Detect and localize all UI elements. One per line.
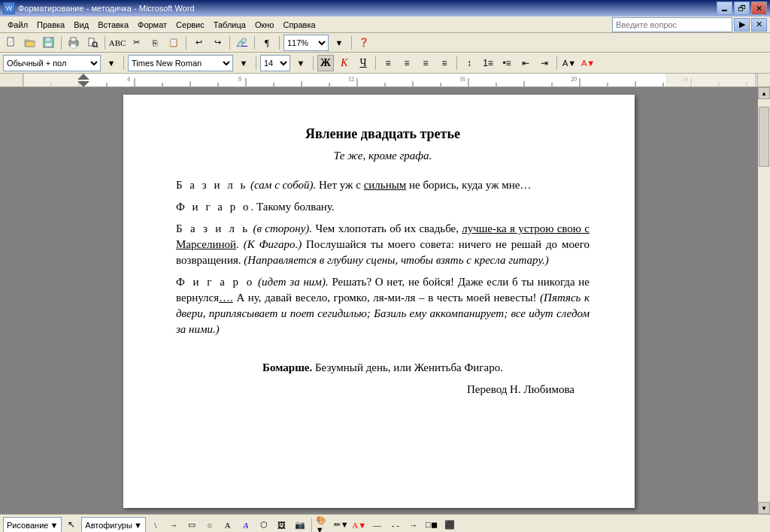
- maximize-button[interactable]: 🗗: [734, 2, 750, 15]
- font-select[interactable]: Times New Roman: [128, 55, 233, 71]
- photo-tool[interactable]: 📷: [292, 517, 308, 533]
- paragraph-mark-button[interactable]: ¶: [259, 35, 275, 51]
- menu-format[interactable]: Формат: [133, 19, 171, 31]
- zoom-arrow-button[interactable]: ▼: [331, 35, 347, 51]
- menu-window[interactable]: Окно: [250, 19, 279, 31]
- author-name: Бомарше.: [262, 361, 312, 373]
- line-tool[interactable]: \: [147, 517, 164, 533]
- size-select[interactable]: 14: [260, 55, 290, 71]
- credit-beaumarchais: Бомарше. Безумный день, или Женитьба Фиг…: [176, 360, 590, 376]
- toolbar-separator-1: [61, 36, 62, 50]
- clipart-tool[interactable]: 🖼: [274, 517, 290, 533]
- help-button[interactable]: ❓: [356, 35, 372, 51]
- align-left-button[interactable]: ≡: [380, 55, 396, 71]
- oval-tool[interactable]: ○: [202, 517, 218, 533]
- menu-tools[interactable]: Сервис: [171, 19, 209, 31]
- size-arrow-button[interactable]: ▼: [293, 55, 309, 71]
- increase-indent-button[interactable]: ⇥: [536, 55, 553, 71]
- document-subheading: Те же, кроме графа.: [176, 148, 590, 164]
- fill-color-tool[interactable]: 🎨▼: [315, 517, 332, 533]
- bold-button[interactable]: Ж: [317, 55, 334, 71]
- scroll-thumb[interactable]: [759, 107, 769, 167]
- help-close-button[interactable]: ✕: [751, 18, 767, 32]
- diagram-tool[interactable]: ⬡: [256, 517, 272, 533]
- highlight-button[interactable]: A▼: [561, 55, 578, 71]
- align-right-button[interactable]: ≡: [417, 55, 434, 71]
- menu-edit[interactable]: Правка: [32, 19, 69, 31]
- vertical-scrollbar: ▲ ▼: [758, 87, 770, 514]
- scroll-up-button[interactable]: ▲: [758, 87, 770, 99]
- line-spacing-button[interactable]: ↕: [461, 55, 477, 71]
- align-justify-button[interactable]: ≡: [436, 55, 453, 71]
- menu-file[interactable]: Файл: [3, 19, 32, 31]
- ruler: 4 8 12 16 20 24: [0, 74, 770, 87]
- dash-style-tool[interactable]: - -: [387, 517, 404, 533]
- style-arrow-button[interactable]: ▼: [103, 55, 120, 71]
- autoshapes-arrow: ▼: [134, 521, 142, 530]
- menu-bar: Файл Правка Вид Вставка Формат Сервис Та…: [0, 17, 770, 33]
- arrow-tool[interactable]: →: [165, 517, 182, 533]
- document-heading: Явление двадцать третье: [176, 125, 590, 144]
- print-button[interactable]: [65, 35, 82, 51]
- hyperlink-button[interactable]: 🔗: [234, 35, 250, 51]
- font-arrow-button[interactable]: ▼: [235, 55, 252, 71]
- cut-button[interactable]: ✂: [128, 35, 144, 51]
- spell-check-button[interactable]: ABC: [109, 35, 126, 51]
- line-color-tool[interactable]: ✏▼: [333, 517, 350, 533]
- decrease-indent-button[interactable]: ⇤: [517, 55, 534, 71]
- stage-dir-5: (идет за ним).: [258, 276, 329, 288]
- svg-rect-9: [46, 38, 50, 41]
- svg-rect-3: [9, 42, 13, 43]
- document-area: Явление двадцать третье Те же, кроме гра…: [0, 87, 770, 514]
- select-button[interactable]: ↖: [63, 517, 80, 533]
- minimize-button[interactable]: 🗕: [717, 2, 732, 15]
- toolbar-separator-2: [105, 36, 105, 50]
- paragraph-3: Б а з и л ь (в сторону). Чем хлопотать о…: [176, 221, 590, 268]
- stage-dir-4: (Направляется в глубину сцены, чтобы взя…: [244, 254, 549, 266]
- help-search-button[interactable]: ▶: [734, 18, 750, 32]
- style-select[interactable]: Обычный + пол: [3, 55, 101, 71]
- char-name-bazil-1: Б а з и л ь: [176, 179, 247, 191]
- bullets-button[interactable]: •≡: [499, 55, 515, 71]
- scroll-down-button[interactable]: ▼: [758, 502, 770, 514]
- stage-dir-3: (К Фигаро.): [244, 238, 302, 250]
- svg-text:8: 8: [238, 76, 241, 83]
- drawing-button[interactable]: Рисование ▼: [3, 517, 62, 533]
- ruler-inner: 4 8 12 16 20 24: [23, 74, 758, 86]
- copy-button[interactable]: ⎘: [147, 35, 163, 51]
- help-search-input[interactable]: [612, 17, 732, 32]
- textbox-tool[interactable]: A: [220, 517, 236, 533]
- numbering-button[interactable]: 1≡: [480, 55, 496, 71]
- wordart-tool[interactable]: A: [238, 517, 254, 533]
- open-button[interactable]: [22, 35, 38, 51]
- 3d-tool[interactable]: ⬛: [441, 517, 458, 533]
- align-center-button[interactable]: ≡: [399, 55, 415, 71]
- font-color-button[interactable]: A▼: [580, 55, 596, 71]
- menu-insert[interactable]: Вставка: [93, 19, 133, 31]
- print-preview-button[interactable]: [84, 35, 101, 51]
- italic-button[interactable]: К: [336, 55, 353, 71]
- ruler-left-margin: [0, 74, 23, 86]
- close-button[interactable]: ✕: [751, 2, 767, 15]
- line-style-tool[interactable]: —: [369, 517, 386, 533]
- toolbar-separator-7: [351, 36, 352, 50]
- arrow-style-tool[interactable]: →: [405, 517, 422, 533]
- zoom-select[interactable]: 117%: [283, 35, 329, 51]
- save-button[interactable]: [41, 35, 57, 51]
- redo-button[interactable]: ↪: [209, 35, 226, 51]
- shadow-tool[interactable]: □◼: [423, 517, 440, 533]
- autoshapes-button[interactable]: Автофигуры ▼: [81, 517, 145, 533]
- menu-table[interactable]: Таблица: [209, 19, 250, 31]
- menu-help[interactable]: Справка: [278, 19, 320, 31]
- font-color-tool-draw[interactable]: A▼: [351, 517, 368, 533]
- paragraph-1: Б а з и л ь (сам с собой). Нет уж с силь…: [176, 177, 590, 193]
- paste-button[interactable]: 📋: [165, 35, 182, 51]
- underline-button[interactable]: Ч: [355, 55, 371, 71]
- new-button[interactable]: [3, 35, 20, 51]
- char-name-figaro-2: Ф и г а р о: [176, 276, 254, 288]
- stage-dir-6: (Пятясь к двери, приплясывает и поет сег…: [176, 292, 590, 335]
- undo-button[interactable]: ↩: [190, 35, 207, 51]
- menu-view[interactable]: Вид: [69, 19, 93, 31]
- underlined-word-1: сильным: [364, 179, 407, 191]
- rect-tool[interactable]: ▭: [183, 517, 200, 533]
